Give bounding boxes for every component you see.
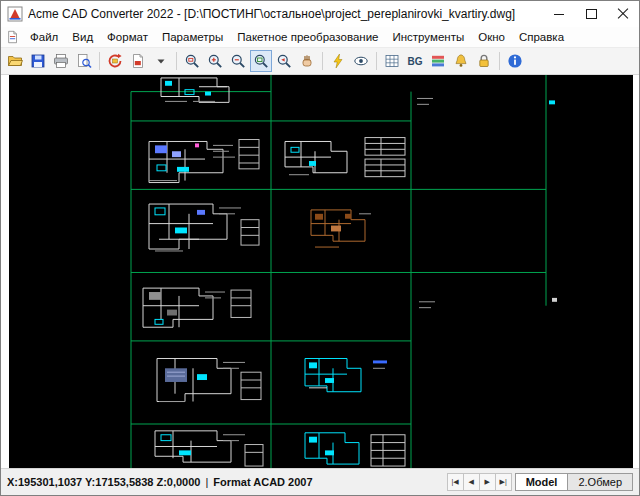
print-preview-button[interactable] — [73, 50, 95, 72]
status-format: Format ACAD 2007 — [213, 476, 312, 488]
menu-bar: ФайлВидФорматПараметрыПакетное преобразо… — [1, 27, 639, 48]
about-button[interactable] — [504, 50, 526, 72]
print-icon — [53, 53, 69, 69]
toolbar-separator — [176, 52, 177, 70]
cad-canvas[interactable] — [9, 75, 633, 468]
toolbar: BG — [1, 48, 639, 75]
status-separator: | — [205, 476, 208, 488]
zoom-previous-icon — [276, 53, 292, 69]
flash-view-icon — [330, 53, 346, 69]
cad-plan-top — [161, 78, 229, 102]
pan-button[interactable] — [296, 50, 318, 72]
save-button[interactable] — [27, 50, 49, 72]
zoom-in-icon — [207, 53, 223, 69]
cad-plan-row4-left — [143, 288, 251, 327]
batch-convert-icon — [107, 53, 123, 69]
zoom-window-button[interactable] — [181, 50, 203, 72]
window-title: Acme CAD Converter 2022 - [D:\ПОСТИНГ\ос… — [28, 7, 515, 21]
alerts-button[interactable] — [450, 50, 472, 72]
zoom-in-button[interactable] — [204, 50, 226, 72]
cad-plan-bottom-mid — [305, 433, 405, 466]
view-eye-icon — [353, 53, 369, 69]
cad-plan-row5-right — [305, 359, 387, 392]
grid-settings-button[interactable] — [381, 50, 403, 72]
menu-item-Формат[interactable]: Формат — [100, 29, 155, 45]
zoom-out-icon — [230, 53, 246, 69]
batch-convert-button[interactable] — [104, 50, 126, 72]
sheet-nav-prev[interactable]: ◀ — [463, 473, 480, 491]
background-color-label: BG — [408, 56, 423, 67]
sheet-nav-first[interactable]: |◀ — [447, 473, 464, 491]
cad-plan-row3-left — [149, 204, 259, 251]
app-window: Acme CAD Converter 2022 - [D:\ПОСТИНГ\ос… — [0, 0, 640, 496]
cad-misc-marks — [419, 100, 557, 307]
app-icon — [7, 6, 23, 22]
zoom-extents-button[interactable] — [250, 50, 272, 72]
window-controls — [543, 1, 639, 27]
print-button[interactable] — [50, 50, 72, 72]
zoom-extents-icon — [253, 53, 269, 69]
sheet-tab-Model[interactable]: Model — [515, 473, 569, 491]
toolbar-separator — [376, 52, 377, 70]
title-bar: Acme CAD Converter 2022 - [D:\ПОСТИНГ\ос… — [1, 1, 639, 27]
menu-item-Файл[interactable]: Файл — [23, 29, 65, 45]
menu-item-Окно[interactable]: Окно — [471, 29, 512, 45]
lock-icon — [476, 53, 492, 69]
background-color-button[interactable]: BG — [404, 50, 426, 72]
status-bar: X:195301,1037 Y:17153,5838 Z:0,0000 | Fo… — [1, 468, 639, 495]
canvas-area — [1, 75, 639, 468]
about-icon — [507, 53, 523, 69]
print-preview-icon — [76, 53, 92, 69]
menu-item-Инструменты[interactable]: Инструменты — [385, 29, 471, 45]
cad-layout-frames — [131, 75, 546, 468]
zoom-window-icon — [184, 53, 200, 69]
toolbar-separator — [322, 52, 323, 70]
toolbar-separator — [99, 52, 100, 70]
lock-button[interactable] — [473, 50, 495, 72]
toolbar-separator — [499, 52, 500, 70]
open-icon — [7, 53, 23, 69]
maximize-icon — [586, 9, 597, 19]
minimize-button[interactable] — [543, 1, 575, 27]
cad-plan-row5-left — [157, 359, 261, 402]
export-pdf-icon — [130, 53, 146, 69]
layers-icon — [430, 53, 446, 69]
cad-plan-row2-left — [149, 140, 259, 183]
open-button[interactable] — [4, 50, 26, 72]
minimize-icon — [554, 14, 564, 15]
export-pdf-button[interactable] — [127, 50, 149, 72]
sheet-nav: |◀◀▶▶| — [448, 473, 512, 491]
menu-item-Параметры[interactable]: Параметры — [155, 29, 230, 45]
menu-item-Вид[interactable]: Вид — [65, 29, 100, 45]
sheet-tab-2.Обмер[interactable]: 2.Обмер — [567, 473, 633, 491]
layers-button[interactable] — [427, 50, 449, 72]
cad-plan-brown — [311, 210, 371, 247]
close-icon — [617, 8, 629, 20]
export-options-icon — [153, 53, 169, 69]
sheet-nav-next[interactable]: ▶ — [479, 473, 496, 491]
cad-plan-bottom-left — [155, 431, 263, 466]
zoom-previous-button[interactable] — [273, 50, 295, 72]
document-icon — [6, 30, 20, 44]
pan-icon — [299, 53, 315, 69]
grid-settings-icon — [384, 53, 400, 69]
export-options-button[interactable] — [150, 50, 172, 72]
status-coordinates: X:195301,1037 Y:17153,5838 Z:0,0000 — [7, 476, 200, 488]
menu-item-Справка[interactable]: Справка — [512, 29, 571, 45]
flash-view-button[interactable] — [327, 50, 349, 72]
zoom-out-button[interactable] — [227, 50, 249, 72]
sheet-bar: |◀◀▶▶| Model2.Обмер — [448, 473, 633, 491]
save-icon — [30, 53, 46, 69]
maximize-button[interactable] — [575, 1, 607, 27]
sheet-tabs: Model2.Обмер — [516, 473, 633, 491]
menu-item-Пакетное преобразование[interactable]: Пакетное преобразование — [230, 29, 385, 45]
close-button[interactable] — [607, 1, 639, 27]
sheet-nav-last[interactable]: ▶| — [495, 473, 512, 491]
view-eye-button[interactable] — [350, 50, 372, 72]
menu-items: ФайлВидФорматПараметрыПакетное преобразо… — [23, 29, 571, 45]
alerts-icon — [453, 53, 469, 69]
